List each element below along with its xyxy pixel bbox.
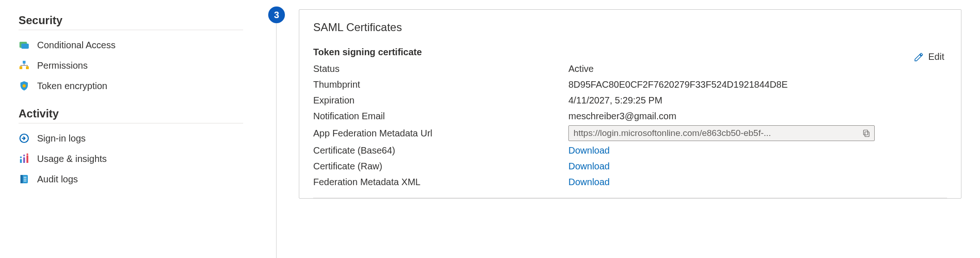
row-cert-base64: Certificate (Base64) Download	[313, 144, 947, 157]
panel-title: SAML Certificates	[313, 21, 947, 34]
svg-rect-1	[21, 44, 29, 49]
sidebar-item-label: Sign-in logs	[37, 133, 86, 144]
sidebar-item-signin-logs[interactable]: Sign-in logs	[19, 128, 243, 148]
row-notification-email: Notification Email meschreiber3@gmail.co…	[313, 110, 947, 123]
label-app-fed-url: App Federation Metadata Url	[313, 128, 568, 139]
value-notification-email: meschreiber3@gmail.com	[568, 111, 947, 122]
sidebar-item-label: Audit logs	[37, 174, 78, 185]
copy-icon[interactable]	[862, 129, 870, 137]
label-cert-raw: Certificate (Raw)	[313, 161, 568, 172]
sidebar-item-permissions[interactable]: Permissions	[19, 55, 243, 76]
label-status: Status	[313, 64, 568, 74]
row-fed-metadata-xml: Federation Metadata XML Download	[313, 175, 947, 188]
sidebar-item-label: Usage & insights	[37, 154, 107, 164]
divider	[19, 123, 243, 123]
token-signing-subhead: Token signing certificate	[313, 47, 947, 58]
shield-icon	[19, 80, 30, 91]
sidebar-item-conditional-access[interactable]: Conditional Access	[19, 35, 243, 55]
svg-rect-7	[20, 159, 22, 163]
sidebar-item-audit-logs[interactable]: Audit logs	[19, 169, 243, 189]
app-fed-url-field[interactable]: https://login.microsoftonline.com/e863cb…	[568, 125, 875, 141]
row-thumbprint: Thumbprint 8D95FAC80E0CF2F7620279F33F524…	[313, 78, 947, 91]
row-status: Status Active	[313, 62, 947, 75]
sidebar: Security Conditional Access Permissi	[0, 0, 262, 258]
sidebar-item-token-encryption[interactable]: Token encryption	[19, 76, 243, 96]
sidebar-section-security: Security	[19, 14, 243, 27]
svg-point-11	[23, 155, 25, 156]
sidebar-item-label: Permissions	[37, 60, 88, 71]
label-expiration: Expiration	[313, 95, 568, 106]
sidebar-section-activity: Activity	[19, 107, 243, 120]
svg-rect-8	[23, 157, 25, 163]
divider	[19, 30, 243, 30]
sidebar-item-label: Conditional Access	[37, 40, 116, 51]
signin-icon	[19, 133, 30, 144]
pencil-icon	[914, 52, 924, 62]
svg-point-10	[20, 156, 22, 158]
edit-label: Edit	[928, 52, 944, 62]
svg-rect-3	[19, 66, 22, 69]
download-cert-base64[interactable]: Download	[568, 145, 610, 155]
svg-rect-4	[26, 66, 29, 69]
label-thumbprint: Thumbprint	[313, 79, 568, 90]
svg-point-12	[26, 154, 28, 155]
sidebar-item-label: Token encryption	[37, 81, 107, 91]
download-cert-raw[interactable]: Download	[568, 161, 610, 171]
app-fed-url-text: https://login.microsoftonline.com/e863cb…	[574, 128, 771, 138]
value-expiration: 4/11/2027, 5:29:25 PM	[568, 95, 947, 106]
label-notification-email: Notification Email	[313, 111, 568, 122]
notebook-icon	[19, 174, 30, 185]
svg-point-5	[23, 84, 26, 88]
svg-rect-9	[26, 155, 28, 163]
value-status: Active	[568, 64, 947, 74]
row-expiration: Expiration 4/11/2027, 5:29:25 PM	[313, 94, 947, 107]
value-thumbprint: 8D95FAC80E0CF2F7620279F33F524D1921844D8E	[568, 79, 947, 90]
download-fed-metadata-xml[interactable]: Download	[568, 177, 610, 187]
sidebar-item-usage-insights[interactable]: Usage & insights	[19, 148, 243, 169]
svg-rect-14	[20, 175, 23, 183]
svg-rect-2	[23, 61, 26, 64]
step-badge: 3	[268, 6, 285, 23]
label-cert-base64: Certificate (Base64)	[313, 145, 568, 156]
edit-button[interactable]: Edit	[914, 52, 944, 62]
svg-rect-19	[864, 130, 868, 135]
conditional-access-icon	[19, 39, 30, 51]
label-fed-metadata-xml: Federation Metadata XML	[313, 177, 568, 187]
svg-rect-18	[865, 132, 869, 137]
vertical-divider	[276, 23, 277, 258]
chart-icon	[19, 153, 30, 164]
row-app-fed-url: App Federation Metadata Url https://logi…	[313, 125, 947, 141]
saml-certificates-panel: SAML Certificates Edit Token signing cer…	[299, 9, 961, 199]
row-cert-raw: Certificate (Raw) Download	[313, 160, 947, 173]
permissions-icon	[19, 60, 30, 71]
